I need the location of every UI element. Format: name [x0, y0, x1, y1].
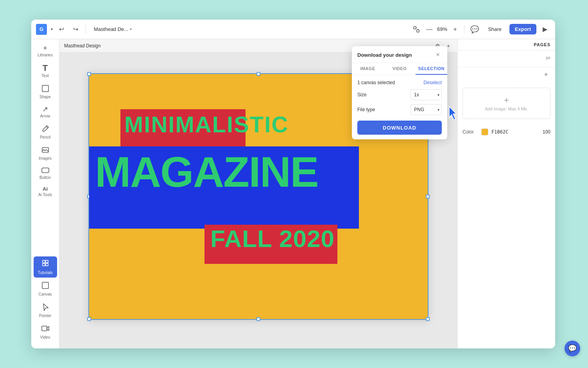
images-icon [41, 146, 49, 155]
canvas-selected-text: 1 canvas selected [357, 80, 395, 85]
toolbar: G ▾ ↩ ↪ Masthead De... ▾ — 69% + 💬 Share [31, 20, 555, 39]
color-value: F1B62C [491, 129, 508, 135]
properties-section: px [458, 51, 555, 67]
tutorials-icon [41, 259, 50, 269]
main-content: + Libraries T Text Shape ↗ Arrow [31, 39, 555, 348]
handle-bottom-left[interactable] [87, 317, 91, 321]
color-row: Color F1B62C 100 [458, 125, 555, 139]
download-button[interactable]: DOWNLOAD [357, 121, 442, 135]
redo-button[interactable]: ↪ [70, 24, 81, 35]
sidebar-item-images[interactable]: Images [34, 144, 57, 163]
app-container: G ▾ ↩ ↪ Masthead De... ▾ — 69% + 💬 Share [31, 20, 555, 348]
canvas-icon [41, 281, 49, 291]
handle-bottom-right[interactable] [426, 317, 430, 321]
sidebar-item-video[interactable]: Video [34, 322, 57, 342]
file-type-select[interactable]: PNG JPG SVG PDF [411, 104, 442, 115]
download-panel: Download your design × IMAGE VIDEO SELEC… [352, 46, 447, 139]
zoom-controls: — 69% + [425, 25, 459, 34]
download-tab-video[interactable]: VIDEO [384, 63, 415, 75]
file-title-button[interactable]: Masthead De... ▾ [91, 25, 135, 34]
file-type-label: File type [357, 107, 375, 112]
logo-dropdown-arrow[interactable]: ▾ [51, 27, 53, 31]
logo-button[interactable]: G [36, 24, 47, 35]
download-panel-title: Download your design [357, 52, 412, 58]
upload-text: Add Image. Max 4 Mb. [485, 106, 528, 111]
pages-header: PAGES [458, 39, 555, 51]
shape-icon [41, 85, 49, 94]
pencil-label: Pencil [40, 135, 50, 140]
right-sidebar: PAGES px ✦ + Add Image. Max 4 Mb. Color [457, 39, 555, 348]
download-body: 1 canvas selected Deselect Size 1x 2x 3x… [352, 75, 447, 139]
libraries-label: Libraries [38, 53, 52, 58]
libraries-icon: + [43, 45, 47, 52]
pointer-icon [41, 303, 49, 312]
handle-bottom-middle[interactable] [256, 317, 260, 321]
handle-middle-right[interactable] [426, 195, 430, 198]
left-sidebar: + Libraries T Text Shape ↗ Arrow [31, 39, 59, 348]
video-icon [41, 325, 49, 334]
size-label: Size [357, 92, 366, 97]
sidebar-bottom: Tutorials Canvas Pointer [34, 256, 57, 345]
chat-icon: 💬 [568, 344, 577, 353]
arrow-label: Arrow [40, 114, 50, 119]
zoom-out-button[interactable]: — [425, 25, 434, 34]
effects-row: ✦ [458, 67, 555, 81]
color-opacity: 100 [543, 129, 550, 135]
fit-view-button[interactable] [411, 24, 422, 35]
sidebar-item-ai-tools[interactable]: Ai Ai Tools [34, 184, 57, 200]
download-tabs: IMAGE VIDEO SELECTION [352, 63, 447, 75]
svg-rect-7 [42, 282, 48, 289]
size-row: Size 1x 2x 3x ▾ [357, 89, 442, 100]
ai-tools-icon: Ai [43, 186, 48, 191]
button-icon [41, 167, 49, 174]
text-minimalistic: MINIMALISTIC [124, 113, 289, 136]
shape-label: Shape [39, 95, 51, 99]
ai-tools-label: Ai Tools [38, 193, 52, 197]
undo-button[interactable]: ↩ [56, 24, 67, 35]
image-upload-area[interactable]: + Add Image. Max 4 Mb. [463, 88, 550, 119]
download-tab-selection[interactable]: SELECTION [416, 63, 447, 75]
export-button[interactable]: Export [509, 24, 536, 34]
sidebar-item-libraries[interactable]: + Libraries [34, 42, 57, 60]
pencil-icon [41, 125, 49, 134]
text-icon: T [43, 64, 48, 72]
size-select[interactable]: 1x 2x 3x [411, 89, 442, 100]
props-row-px: px [463, 55, 550, 60]
upload-plus-icon: + [504, 96, 509, 105]
logo-text: G [39, 26, 43, 32]
canvas-label: Canvas [39, 292, 52, 297]
sidebar-item-canvas[interactable]: Canvas [34, 279, 57, 299]
sidebar-item-arrow[interactable]: ↗ Arrow [34, 103, 57, 121]
canvas-selected-row: 1 canvas selected Deselect [357, 80, 442, 85]
zoom-in-button[interactable]: + [451, 25, 459, 34]
svg-rect-8 [42, 326, 47, 331]
sidebar-item-tutorials[interactable]: Tutorials [34, 256, 57, 278]
chat-bubble-button[interactable]: 💬 [565, 341, 580, 356]
handle-top-middle[interactable] [256, 72, 260, 76]
text-magazine: MAGAZINE [95, 150, 318, 193]
divider-2 [464, 25, 464, 34]
download-panel-close-button[interactable]: × [434, 51, 442, 59]
deselect-button[interactable]: Deselect [423, 80, 442, 85]
comment-button[interactable]: 💬 [469, 24, 480, 35]
video-label: Video [40, 335, 50, 340]
sidebar-item-pointer[interactable]: Pointer [34, 301, 57, 321]
download-tab-image[interactable]: IMAGE [352, 63, 384, 75]
play-button[interactable]: ▶ [540, 24, 550, 35]
zoom-value[interactable]: 69% [435, 26, 449, 32]
text-fall: FALL 2020 [210, 227, 335, 251]
share-button[interactable]: Share [483, 24, 506, 34]
sidebar-item-pencil[interactable]: Pencil [34, 123, 57, 142]
color-label: Color [463, 129, 478, 135]
sidebar-item-button[interactable]: Button [34, 165, 57, 182]
sidebar-item-shape[interactable]: Shape [34, 82, 57, 102]
button-label: Button [39, 175, 51, 180]
color-swatch[interactable] [481, 128, 488, 135]
handle-top-left[interactable] [87, 72, 91, 76]
download-panel-header: Download your design × [352, 46, 447, 63]
effects-icon[interactable]: ✦ [541, 70, 550, 79]
sidebar-item-text[interactable]: T Text [34, 61, 57, 81]
tutorials-label: Tutorials [38, 271, 53, 275]
arrow-icon: ↗ [42, 106, 48, 113]
file-type-row: File type PNG JPG SVG PDF ▾ [357, 104, 442, 115]
